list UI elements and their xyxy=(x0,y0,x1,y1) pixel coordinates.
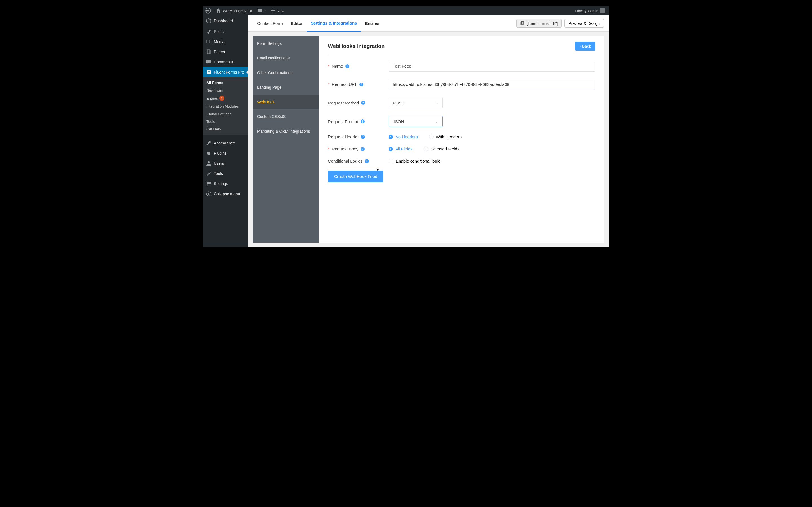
panel-title: WebHooks Integration xyxy=(328,43,385,49)
new-label: New xyxy=(277,9,284,13)
sidebar-item-dashboard[interactable]: Dashboard xyxy=(203,15,248,26)
sidebar-item-pages[interactable]: Pages xyxy=(203,47,248,57)
new-content-link[interactable]: New xyxy=(268,6,287,15)
svg-point-3 xyxy=(209,41,211,43)
comment-icon xyxy=(257,8,262,13)
sublink-global-settings[interactable]: Global Settings xyxy=(203,110,248,118)
brush-icon xyxy=(206,140,211,146)
site-home-link[interactable]: WP Manage Ninja xyxy=(213,6,255,15)
plus-icon xyxy=(270,8,276,13)
create-webhook-feed-button[interactable]: Create WebHook Feed xyxy=(328,171,384,182)
sidebar-item-label: Tools xyxy=(214,171,223,176)
sidebar-item-appearance[interactable]: Appearance xyxy=(203,138,248,148)
info-icon[interactable]: ? xyxy=(359,82,363,87)
shortcode-text: [fluentform id="8"] xyxy=(527,21,558,25)
sidebar-item-label: Users xyxy=(214,161,224,166)
svg-rect-2 xyxy=(206,40,210,43)
sidebar-item-comments[interactable]: Comments xyxy=(203,57,248,67)
label-request-format: Request Format? xyxy=(328,119,389,124)
radio-indicator xyxy=(429,135,434,139)
radio-indicator xyxy=(389,147,393,151)
preview-design-button[interactable]: Preview & Design xyxy=(564,19,604,27)
label-request-url: *Request URL? xyxy=(328,82,389,87)
sidebar-item-fluent-forms[interactable]: Fluent Forms Pro xyxy=(203,67,248,77)
site-name: WP Manage Ninja xyxy=(223,9,252,13)
tab-editor[interactable]: Editor xyxy=(287,15,307,32)
comments-link[interactable]: 0 xyxy=(255,6,268,15)
sidebar-collapse[interactable]: Collapse menu xyxy=(203,189,248,199)
sublink-entries[interactable]: Entries1 xyxy=(203,94,248,103)
request-format-select[interactable]: JSON ⌄ xyxy=(389,116,443,127)
radio-all-fields[interactable]: All Fields xyxy=(389,147,412,151)
snav-landing-page[interactable]: Landing Page xyxy=(253,80,319,95)
radio-indicator xyxy=(389,135,393,139)
sidebar-item-label: Fluent Forms Pro xyxy=(214,70,244,74)
user-icon xyxy=(206,161,211,166)
sidebar-item-label: Dashboard xyxy=(214,18,233,23)
back-button[interactable]: ‹ Back xyxy=(575,42,596,51)
checkbox-enable-conditional[interactable]: Enable conditional logic xyxy=(389,159,596,163)
request-url-input[interactable] xyxy=(389,79,596,90)
info-icon[interactable]: ? xyxy=(345,64,349,68)
snav-webhook[interactable]: WebHook xyxy=(253,95,319,109)
sidebar-item-users[interactable]: Users xyxy=(203,158,248,168)
name-input[interactable] xyxy=(389,61,596,71)
sublink-integration-modules[interactable]: Integration Modules xyxy=(203,103,248,110)
info-icon[interactable]: ? xyxy=(361,119,364,123)
chevron-down-icon: ⌄ xyxy=(435,100,439,105)
label-request-body: *Request Body? xyxy=(328,147,389,151)
request-method-select[interactable]: POST ⌄ xyxy=(389,97,443,108)
shortcode-copy[interactable]: [fluentform id="8"] xyxy=(516,19,562,27)
sidebar-item-tools[interactable]: Tools xyxy=(203,168,248,179)
info-icon[interactable]: ? xyxy=(361,101,365,105)
pages-icon xyxy=(206,49,211,55)
snav-email-notifications[interactable]: Email Notifications xyxy=(253,51,319,65)
snav-custom-css-js[interactable]: Custom CSS/JS xyxy=(253,109,319,124)
sidebar-item-label: Appearance xyxy=(214,141,235,145)
snav-marketing-crm[interactable]: Marketing & CRM Integrations xyxy=(253,124,319,138)
tab-entries[interactable]: Entries xyxy=(361,15,383,32)
sidebar-item-posts[interactable]: Posts xyxy=(203,26,248,37)
sublink-all-forms[interactable]: All Forms xyxy=(203,79,248,87)
info-icon[interactable]: ? xyxy=(361,135,365,139)
sidebar-item-settings[interactable]: Settings xyxy=(203,179,248,189)
radio-with-headers[interactable]: With Headers xyxy=(429,134,462,139)
plugin-icon xyxy=(206,151,211,156)
snav-other-confirmations[interactable]: Other Confirmations xyxy=(253,65,319,80)
pin-icon xyxy=(206,29,211,34)
sidebar-item-label: Pages xyxy=(214,50,225,54)
sidebar-item-label: Settings xyxy=(214,181,228,186)
comment-icon xyxy=(206,59,211,65)
greeting-text: Howdy, admin xyxy=(575,9,598,13)
snav-form-settings[interactable]: Form Settings xyxy=(253,36,319,51)
info-icon[interactable]: ? xyxy=(365,159,369,163)
tab-settings-integrations[interactable]: Settings & Integrations xyxy=(307,15,361,32)
svg-point-9 xyxy=(209,183,210,184)
wp-admin-bar: WP Manage Ninja 0 New Howdy, admin xyxy=(203,6,609,15)
comments-count: 0 xyxy=(264,9,266,13)
sublink-tools[interactable]: Tools xyxy=(203,118,248,125)
chevron-left-icon: ‹ xyxy=(580,44,581,48)
sidebar-item-media[interactable]: Media xyxy=(203,37,248,47)
account-link[interactable]: Howdy, admin xyxy=(573,6,607,15)
avatar xyxy=(600,8,605,13)
radio-no-headers[interactable]: No Headers xyxy=(389,134,418,139)
info-icon[interactable]: ? xyxy=(361,147,364,151)
svg-point-10 xyxy=(207,184,208,186)
home-icon xyxy=(215,8,221,13)
sublink-get-help[interactable]: Get Help xyxy=(203,125,248,133)
sidebar-item-label: Plugins xyxy=(214,151,227,156)
tab-contact-form[interactable]: Contact Form xyxy=(253,15,287,32)
label-request-method: Request Method? xyxy=(328,101,389,105)
checkbox-indicator xyxy=(389,159,393,163)
sliders-icon xyxy=(206,181,211,186)
radio-indicator xyxy=(424,147,428,151)
sidebar-item-plugins[interactable]: Plugins xyxy=(203,148,248,158)
copy-icon xyxy=(520,21,524,25)
entries-badge: 1 xyxy=(219,96,224,101)
radio-selected-fields[interactable]: Selected Fields xyxy=(424,147,460,151)
wp-logo[interactable] xyxy=(203,6,213,15)
label-conditional-logics: Conditional Logics? xyxy=(328,159,389,163)
label-request-header: Request Header? xyxy=(328,134,389,139)
sublink-new-form[interactable]: New Form xyxy=(203,87,248,94)
